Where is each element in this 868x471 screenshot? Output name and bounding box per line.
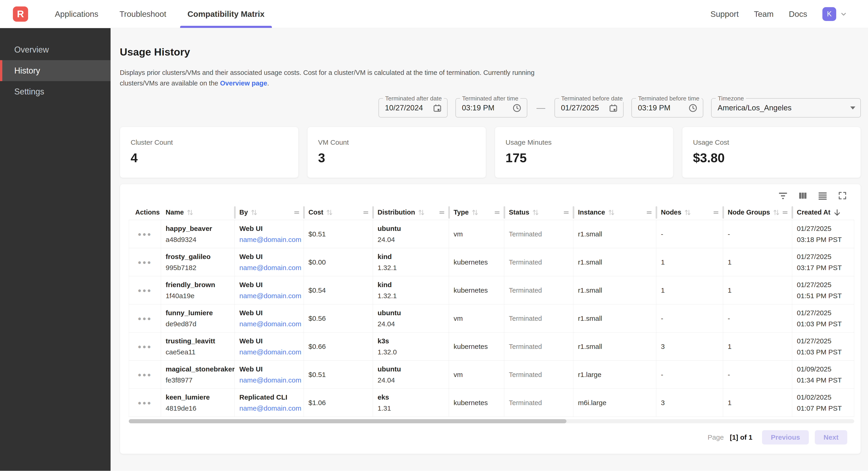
row-actions-button[interactable]: ●●● xyxy=(138,231,152,237)
column-menu-icon[interactable] xyxy=(362,209,369,216)
cell-type: kubernetes xyxy=(449,389,504,417)
column-header-distribution[interactable]: Distribution xyxy=(373,205,449,220)
table-row: ●●●funny_lumierede9ed87dWeb UIname@domai… xyxy=(129,304,854,332)
created-time: 03:17 PM PST xyxy=(797,263,854,272)
created-by-email-link[interactable]: name@domain.com xyxy=(239,263,304,272)
created-by-email-link[interactable]: name@domain.com xyxy=(239,320,304,328)
horizontal-scrollbar-track[interactable] xyxy=(129,419,854,423)
row-actions-button[interactable]: ●●● xyxy=(138,259,152,265)
cell-by: Web UIname@domain.com xyxy=(235,220,304,248)
nav-item-compatibility-matrix[interactable]: Compatibility Matrix xyxy=(177,0,275,28)
created-date: 01/09/2025 xyxy=(797,365,854,374)
column-header-type[interactable]: Type xyxy=(449,205,504,220)
row-actions-button[interactable]: ●●● xyxy=(138,372,152,378)
created-time: 01:51 PM PST xyxy=(797,292,854,300)
distribution-name: kind xyxy=(378,281,449,289)
column-menu-icon[interactable] xyxy=(646,209,653,216)
cell-created_at: 01/02/202501:07 PM PST xyxy=(792,389,854,417)
column-menu-icon[interactable] xyxy=(782,209,788,216)
table-row: ●●●keen_lumiere4819de16Replicated CLInam… xyxy=(129,389,854,417)
clock-icon[interactable] xyxy=(688,103,698,113)
column-header-nodes[interactable]: Nodes xyxy=(656,205,723,220)
column-header-node_groups[interactable]: Node Groups xyxy=(723,205,792,220)
terminated-after-time-field[interactable]: Terminated after time 03:19 PM xyxy=(456,98,527,118)
row-actions-button[interactable]: ●●● xyxy=(138,344,152,350)
terminated-before-date-field[interactable]: Terminated before date 01/27/2025 xyxy=(555,98,624,118)
sidebar-item-settings[interactable]: Settings xyxy=(0,81,111,102)
calendar-icon[interactable] xyxy=(432,103,442,113)
cluster-id: 4819de16 xyxy=(166,404,235,413)
instance-value: r1.large xyxy=(578,370,656,379)
columns-icon[interactable] xyxy=(798,191,808,201)
filter-icon[interactable] xyxy=(778,191,788,201)
created-by-email-link[interactable]: name@domain.com xyxy=(239,376,304,385)
column-header-instance[interactable]: Instance xyxy=(574,205,656,220)
cost-value: $0.00 xyxy=(308,258,373,267)
column-header-by[interactable]: By xyxy=(235,205,304,220)
node-groups-value: 1 xyxy=(728,342,792,351)
nav-link-team[interactable]: Team xyxy=(754,9,774,19)
cell-by: Web UIname@domain.com xyxy=(235,276,304,304)
fullscreen-icon[interactable] xyxy=(838,191,847,201)
column-menu-icon[interactable] xyxy=(713,209,719,216)
user-menu[interactable]: K xyxy=(823,7,847,21)
column-menu-icon[interactable] xyxy=(438,209,445,216)
stat-label: VM Count xyxy=(318,139,475,146)
cell-name: frosty_galileo995b7182 xyxy=(161,248,235,276)
nav-item-applications[interactable]: Applications xyxy=(44,0,109,28)
column-header-status[interactable]: Status xyxy=(504,205,574,220)
terminated-after-date-field[interactable]: Terminated after date 10/27/2024 xyxy=(378,98,447,118)
cell-status: Terminated xyxy=(504,332,574,360)
overview-page-link[interactable]: Overview page xyxy=(220,80,267,87)
nav-link-support[interactable]: Support xyxy=(710,9,739,19)
stat-label: Usage Minutes xyxy=(506,139,663,146)
column-label: Created At xyxy=(797,209,831,216)
column-menu-icon[interactable] xyxy=(293,209,300,216)
cell-name: funny_lumierede9ed87d xyxy=(161,304,235,332)
density-icon[interactable] xyxy=(818,191,828,201)
sidebar-item-overview[interactable]: Overview xyxy=(0,39,111,60)
next-page-button[interactable]: Next xyxy=(815,430,847,444)
primary-nav: Applications Troubleshoot Compatibility … xyxy=(44,0,275,28)
calendar-icon[interactable] xyxy=(609,103,618,113)
created-by-email-link[interactable]: name@domain.com xyxy=(239,404,304,413)
cell-distribution: ubuntu24.04 xyxy=(373,304,449,332)
column-menu-icon[interactable] xyxy=(494,209,501,216)
avatar[interactable]: K xyxy=(823,7,836,21)
clock-icon[interactable] xyxy=(512,103,522,113)
stat-value: 3 xyxy=(318,150,475,165)
cell-instance: r1.small xyxy=(574,276,656,304)
created-by-email-link[interactable]: name@domain.com xyxy=(239,292,304,300)
horizontal-scrollbar-thumb[interactable] xyxy=(129,419,566,423)
stat-card-vm-count: VM Count 3 xyxy=(307,127,486,178)
column-header-name[interactable]: Name xyxy=(161,205,235,220)
column-menu-icon[interactable] xyxy=(563,209,570,216)
cell-instance: r1.small xyxy=(574,220,656,248)
created-by-email-link[interactable]: name@domain.com xyxy=(239,235,304,244)
nav-item-troubleshoot[interactable]: Troubleshoot xyxy=(109,0,177,28)
instance-value: m6i.large xyxy=(578,399,656,407)
created-date: 01/27/2025 xyxy=(797,281,854,289)
nodes-value: - xyxy=(661,230,723,238)
app-logo[interactable]: R xyxy=(13,6,28,22)
nav-link-docs[interactable]: Docs xyxy=(789,9,807,19)
sort-icon xyxy=(772,209,780,216)
column-header-cost[interactable]: Cost xyxy=(304,205,373,220)
node-groups-value: 1 xyxy=(728,286,792,295)
terminated-before-time-field[interactable]: Terminated before time 03:19 PM xyxy=(631,98,703,118)
previous-page-button[interactable]: Previous xyxy=(762,430,809,444)
top-nav: R Applications Troubleshoot Compatibilit… xyxy=(0,0,868,28)
page-label: Page xyxy=(708,434,724,441)
row-actions-button[interactable]: ●●● xyxy=(138,287,152,293)
distribution-name: ubuntu xyxy=(378,365,449,374)
cell-node_groups: 1 xyxy=(723,276,792,304)
column-header-created_at[interactable]: Created At xyxy=(792,205,854,220)
row-actions-button[interactable]: ●●● xyxy=(138,316,152,321)
field-label: Terminated after time xyxy=(460,95,520,102)
created-by-email-link[interactable]: name@domain.com xyxy=(239,348,304,356)
row-actions-button[interactable]: ●●● xyxy=(138,400,152,406)
timezone-select[interactable]: Timezone America/Los_Angeles xyxy=(711,98,861,118)
sidebar-item-history[interactable]: History xyxy=(0,60,111,81)
cell-created_at: 01/27/202501:51 PM PST xyxy=(792,276,854,304)
cluster-name: keen_lumiere xyxy=(166,393,235,402)
